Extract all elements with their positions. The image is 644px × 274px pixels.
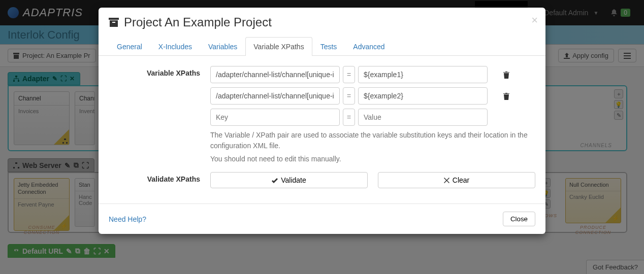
- x-icon: [444, 178, 449, 183]
- tab-general[interactable]: General: [109, 37, 150, 56]
- svg-rect-20: [112, 22, 115, 23]
- tab-variable-xpaths[interactable]: Variable XPaths: [245, 37, 312, 56]
- svg-rect-18: [109, 18, 119, 20]
- xpath-key-input[interactable]: [210, 109, 340, 126]
- help-text-2: You should not need to edit this manuall…: [210, 154, 535, 164]
- validate-xpaths-label: Validate XPaths: [109, 172, 210, 188]
- tab-variables[interactable]: Variables: [200, 37, 245, 56]
- xpath-key-input[interactable]: [210, 66, 340, 83]
- modal-tabs: General X-Includes Variables Variable XP…: [99, 37, 545, 56]
- equals-label: =: [343, 109, 355, 126]
- xpath-value-input[interactable]: [358, 87, 488, 105]
- check-icon: [272, 177, 278, 183]
- delete-row-button[interactable]: [503, 92, 509, 100]
- tab-tests[interactable]: Tests: [312, 37, 345, 56]
- xpath-row-empty: =: [210, 109, 535, 126]
- modal-close-x[interactable]: ×: [531, 14, 538, 27]
- clear-button[interactable]: Clear: [378, 172, 535, 188]
- modal-backdrop: Project An Example Project × General X-I…: [0, 0, 644, 274]
- project-modal: Project An Example Project × General X-I…: [99, 8, 545, 234]
- archive-icon: [109, 18, 119, 27]
- help-link[interactable]: Need Help?: [109, 215, 146, 223]
- trash-icon: [503, 93, 509, 100]
- xpath-key-input[interactable]: [210, 87, 340, 105]
- help-text-1: The Variable / XPath pair are used to as…: [210, 130, 535, 151]
- delete-row-button[interactable]: [503, 71, 509, 79]
- modal-title: Project An Example Project: [124, 15, 272, 29]
- xpath-value-input[interactable]: [358, 109, 488, 126]
- variable-xpaths-label: Variable XPaths: [109, 66, 210, 164]
- xpath-row: =: [210, 66, 535, 83]
- equals-label: =: [343, 87, 355, 105]
- equals-label: =: [343, 66, 355, 83]
- svg-rect-19: [110, 20, 118, 27]
- trash-icon: [503, 72, 509, 79]
- close-button[interactable]: Close: [503, 212, 535, 226]
- xpath-value-input[interactable]: [358, 66, 488, 83]
- tab-advanced[interactable]: Advanced: [345, 37, 393, 56]
- xpath-row: =: [210, 87, 535, 105]
- validate-button[interactable]: Validate: [210, 172, 368, 188]
- tab-xincludes[interactable]: X-Includes: [150, 37, 200, 56]
